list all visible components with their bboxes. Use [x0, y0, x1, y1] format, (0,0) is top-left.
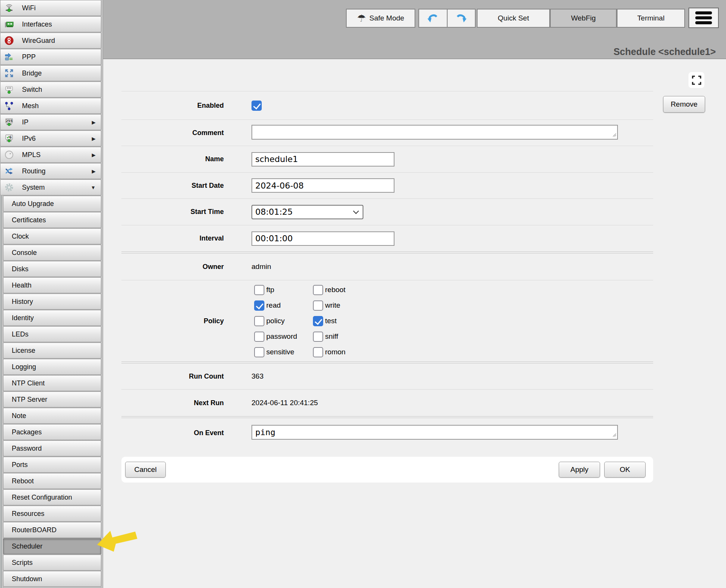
sidebar-item-disks[interactable]: Disks [3, 261, 101, 277]
enabled-checkbox[interactable] [251, 101, 262, 111]
sidebar-item-shutdown[interactable]: Shutdown [3, 571, 101, 587]
resize-grip-icon[interactable] [613, 132, 616, 138]
sidebar-item-logging[interactable]: Logging [3, 359, 101, 375]
apply-button[interactable]: Apply [559, 462, 600, 478]
policy-write-checkbox[interactable] [313, 300, 323, 311]
sidebar-item-scripts[interactable]: Scripts [3, 555, 101, 571]
sidebar-item-routerboard[interactable]: RouterBOARD [3, 522, 101, 538]
chevron-right-icon: ▶ [92, 119, 96, 125]
pointer-arrow [95, 528, 140, 554]
sidebar-item-wireguard[interactable]: WireGuard [0, 33, 101, 49]
bridge-icon [3, 68, 15, 79]
cancel-button[interactable]: Cancel [125, 462, 166, 478]
enabled-row: Enabled [121, 91, 653, 119]
start-time-select[interactable]: 08:01:25 [251, 205, 363, 219]
tab-webfig[interactable]: WebFig [550, 9, 617, 28]
sidebar-item-reboot[interactable]: Reboot [3, 473, 101, 489]
policy-label: Policy [121, 317, 224, 325]
sidebar-item-certificates[interactable]: Certificates [3, 212, 101, 228]
comment-row: Comment [121, 119, 653, 146]
chevron-right-icon: ▶ [92, 152, 96, 158]
policy-ftp-checkbox[interactable] [254, 285, 264, 295]
resize-grip-icon[interactable] [613, 432, 616, 439]
owner-value: admin [251, 263, 271, 271]
sidebar-item-ip[interactable]: 255 IP ▶ [0, 114, 101, 130]
sidebar-item-label: Routing [22, 167, 46, 175]
sidebar-item-ntp-client[interactable]: NTP Client [3, 375, 101, 391]
sidebar-item-scheduler[interactable]: Scheduler [3, 538, 101, 554]
ipv6-icon: 6 [3, 133, 15, 144]
policy-row: Policy ftp reboot read write policy test… [121, 280, 653, 362]
start-date-input[interactable] [251, 178, 394, 193]
next-run-value: 2024-06-11 20:41:25 [251, 399, 318, 407]
sidebar-item-bridge[interactable]: Bridge [0, 65, 101, 81]
sidebar-item-identity[interactable]: Identity [3, 310, 101, 326]
sidebar-item-auto-upgrade[interactable]: Auto Upgrade [3, 196, 101, 212]
chevron-right-icon: ▶ [92, 136, 96, 141]
fullscreen-button[interactable] [688, 72, 704, 88]
sidebar-item-switch[interactable]: Switch [0, 82, 101, 97]
sidebar-item-ports[interactable]: Ports [3, 457, 101, 473]
safe-mode-button[interactable]: ☂ Safe Mode [346, 9, 415, 28]
policy-policy-checkbox[interactable] [254, 316, 264, 326]
sidebar-item-interfaces[interactable]: Interfaces [0, 16, 101, 32]
tab-terminal[interactable]: Terminal [617, 9, 685, 28]
wireguard-icon [3, 35, 15, 46]
sidebar-item-leds[interactable]: LEDs [3, 326, 101, 342]
remove-button[interactable]: Remove [663, 96, 705, 113]
sidebar-item-console[interactable]: Console [3, 245, 101, 261]
policy-password-checkbox[interactable] [254, 332, 264, 342]
sidebar-item-license[interactable]: License [3, 343, 101, 358]
policy-test-checkbox[interactable] [313, 316, 323, 326]
sidebar-item-history[interactable]: History [3, 294, 101, 310]
umbrella-icon: ☂ [357, 13, 366, 23]
owner-label: Owner [121, 263, 224, 271]
sidebar-item-label: System [22, 184, 45, 192]
sidebar-item-label: IP [22, 118, 28, 126]
on-event-row: On Event ping [121, 418, 653, 448]
sidebar-item-label: WireGuard [22, 37, 55, 45]
on-event-field[interactable]: ping [251, 425, 618, 440]
name-input[interactable] [251, 152, 394, 167]
undo-button[interactable] [419, 9, 447, 27]
ok-button[interactable]: OK [604, 462, 646, 478]
sidebar-item-label: PPP [22, 53, 36, 61]
sidebar-item-wifi[interactable]: WiFi [0, 0, 101, 16]
policy-sniff-checkbox[interactable] [313, 332, 323, 342]
interval-label: Interval [121, 234, 224, 242]
sidebar-item-note[interactable]: Note [3, 408, 101, 424]
sidebar-item-password[interactable]: Password [3, 440, 101, 456]
sidebar-item-clock[interactable]: Clock [3, 228, 101, 244]
sidebar-item-reset-configuration[interactable]: Reset Configuration [3, 489, 101, 505]
sidebar: WiFi Interfaces [0, 0, 103, 588]
policy-sensitive-checkbox[interactable] [254, 347, 264, 357]
system-submenu: Auto Upgrade Certificates Clock Console … [1, 196, 103, 588]
sidebar-item-health[interactable]: Health [3, 277, 101, 293]
interval-input[interactable] [251, 231, 394, 246]
schedule-form: Enabled Comment Name [121, 91, 653, 448]
policy-reboot-checkbox[interactable] [313, 285, 323, 295]
start-time-label: Start Time [121, 208, 224, 216]
redo-button[interactable] [447, 9, 475, 27]
switch-icon [3, 84, 15, 95]
sidebar-item-system[interactable]: System ▼ [0, 179, 101, 195]
comment-field[interactable] [251, 125, 618, 140]
enabled-label: Enabled [121, 102, 224, 110]
sidebar-item-mesh[interactable]: Mesh [0, 98, 101, 114]
sidebar-item-mpls[interactable]: MPLS ▶ [0, 147, 101, 163]
redo-icon [455, 12, 467, 25]
sidebar-item-resources[interactable]: Resources [3, 506, 101, 522]
sidebar-item-ppp[interactable]: PPP [0, 49, 101, 65]
policy-read-checkbox[interactable] [254, 300, 264, 311]
sidebar-item-packages[interactable]: Packages [3, 424, 101, 440]
svg-text:6: 6 [9, 135, 12, 139]
run-count-value: 363 [251, 372, 264, 380]
sidebar-item-ipv6[interactable]: 6 IPv6 ▶ [0, 130, 101, 146]
hamburger-menu-button[interactable] [688, 8, 719, 28]
sidebar-item-ntp-server[interactable]: NTP Server [3, 391, 101, 407]
sidebar-item-routing[interactable]: Routing ▶ [0, 163, 101, 179]
content-area: Remove Enabled Comment [103, 59, 726, 588]
tab-quick-set[interactable]: Quick Set [477, 9, 550, 28]
policy-romon-checkbox[interactable] [313, 347, 323, 357]
chevron-down-icon: ▼ [91, 185, 96, 190]
